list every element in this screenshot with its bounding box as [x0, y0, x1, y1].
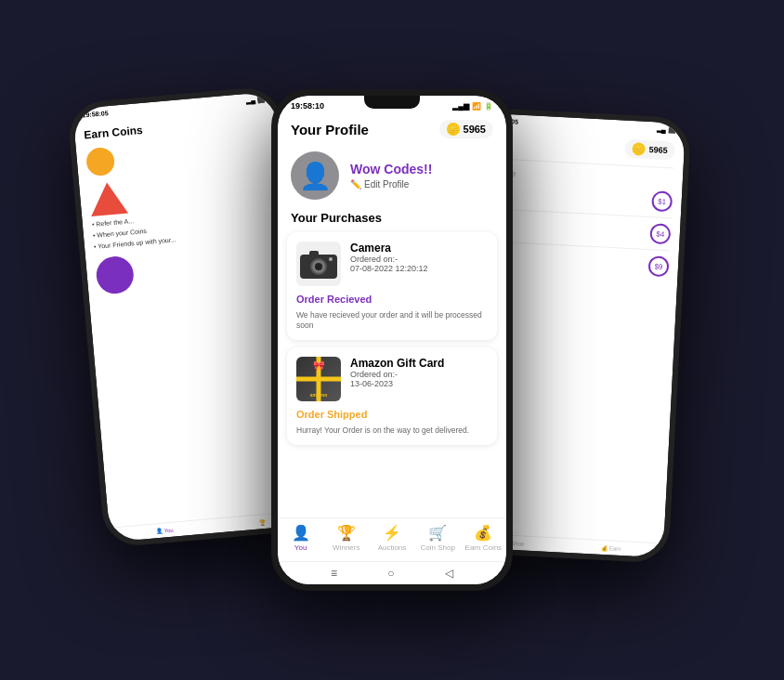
back-left-content: Earn Coins • Refer the A... • When your …: [73, 106, 291, 302]
phone-main: 19:58:10 ▂▄▆ 📶 🔋 Your Profile 🪙 5965 👤: [271, 89, 513, 591]
coin-amount: 5965: [464, 124, 486, 135]
coin-icon: 🪙: [447, 123, 460, 136]
back-right-nav-earn: 💰 Earn: [601, 544, 621, 552]
nav-item-earn-coins[interactable]: 💰 Earn Coins: [464, 524, 502, 552]
giftcard-name: Amazon Gift Card: [350, 357, 488, 370]
android-back-btn[interactable]: ◁: [445, 567, 453, 580]
status-bar: 19:58:10 ▂▄▆ 📶 🔋: [278, 96, 506, 114]
svg-rect-4: [309, 251, 319, 256]
back-right-badge-s1: $1: [651, 190, 673, 212]
purchase-card-camera: Camera Ordered on:- 07-08-2022 12:20:12 …: [287, 232, 497, 340]
giftcard-date: 13-06-2023: [350, 379, 488, 388]
coin-badge: 🪙 5965: [439, 120, 493, 138]
profile-info: Wow Codes!! ✏️ Edit Profile: [350, 162, 432, 190]
nav-item-auctions[interactable]: ⚡ Auctions: [373, 524, 411, 552]
camera-details: Camera Ordered on:- 07-08-2022 12:20:12: [350, 242, 488, 273]
earn-coins-label: Earn Coins: [465, 543, 503, 552]
back-left-nav-you: 👤 You: [156, 527, 174, 535]
wifi-icon: 📶: [472, 102, 481, 111]
status-time: 19:58:10: [291, 101, 324, 111]
amazon-label: amazon: [310, 392, 328, 398]
profile-section: 👤 Wow Codes!! ✏️ Edit Profile: [278, 144, 506, 211]
giftcard-image: 🎀 amazon: [296, 357, 341, 401]
back-right-coin-icon: 🪙: [632, 142, 646, 156]
back-left-time: 19:58:05: [82, 110, 109, 119]
back-right-icons: ▂▄ ⬛: [657, 125, 676, 134]
edit-profile-label: Edit Profile: [364, 179, 409, 190]
gift-bow: 🎀: [313, 360, 324, 371]
nav-item-you[interactable]: 👤 You: [282, 524, 320, 552]
android-nav: ≡ ○ ◁: [278, 561, 506, 584]
android-home-btn[interactable]: ○: [387, 567, 394, 580]
giftcard-status: Order Shipped: [296, 409, 488, 420]
auctions-icon: ⚡: [383, 524, 401, 542]
scene: 19:58:05 ▂▄ ⬛ Earn Coins • Refer the A..…: [67, 38, 717, 642]
you-icon: 👤: [292, 524, 310, 542]
app-header: Your Profile 🪙 5965: [278, 114, 506, 144]
purchase-card-giftcard: 🎀 amazon Amazon Gift Card Ordered on:- 1…: [287, 347, 497, 445]
purchase-row-giftcard: 🎀 amazon Amazon Gift Card Ordered on:- 1…: [296, 357, 488, 401]
purchases-section: Your Purchases: [278, 211, 506, 517]
camera-date: 07-08-2022 12:20:12: [350, 264, 488, 273]
avatar: 👤: [291, 151, 339, 200]
back-right-badge-s9: $9: [647, 255, 669, 277]
coin-shop-icon: 🛒: [428, 524, 447, 542]
main-screen: 19:58:10 ▂▄▆ 📶 🔋 Your Profile 🪙 5965 👤: [278, 96, 506, 584]
avatar-icon: 👤: [299, 161, 332, 191]
earn-coins-icon: 💰: [474, 524, 492, 542]
giftcard-status-desc: Hurray! Your Order is on the way to get …: [296, 425, 488, 436]
edit-profile-button[interactable]: ✏️ Edit Profile: [350, 179, 432, 190]
winners-label: Winners: [333, 543, 359, 552]
camera-name: Camera: [350, 242, 488, 255]
giftcard-details: Amazon Gift Card Ordered on:- 13-06-2023: [350, 357, 488, 388]
svg-point-5: [329, 257, 333, 261]
you-label: You: [294, 543, 307, 552]
android-menu-btn[interactable]: ≡: [331, 567, 337, 580]
svg-point-3: [315, 263, 322, 270]
camera-status: Order Recieved: [296, 294, 488, 305]
battery-icon: 🔋: [484, 102, 493, 111]
camera-image: [296, 242, 341, 286]
coin-shop-label: Coin Shop: [420, 543, 454, 552]
winners-icon: 🏆: [337, 524, 356, 542]
camera-status-desc: We have recieved your order and it will …: [296, 310, 488, 331]
signal-icon: ▂▄▆: [452, 102, 469, 111]
nav-item-coin-shop[interactable]: 🛒 Coin Shop: [419, 524, 456, 552]
status-icons: ▂▄▆ 📶 🔋: [452, 102, 493, 111]
camera-svg: [298, 247, 339, 281]
bottom-nav: 👤 You 🏆 Winners ⚡ Auctions 🛒 Coin Shop 💰: [278, 517, 506, 561]
nav-item-winners[interactable]: 🏆 Winners: [328, 524, 365, 552]
back-left-nav-win: 🏆: [258, 518, 266, 526]
back-left-icons: ▂▄ ⬛: [246, 96, 267, 105]
giftcard-order-label: Ordered on:-: [350, 370, 488, 379]
profile-username: Wow Codes!!: [350, 162, 432, 177]
purchases-title: Your Purchases: [287, 211, 497, 225]
auctions-label: Auctions: [378, 543, 407, 552]
purchase-row-camera: Camera Ordered on:- 07-08-2022 12:20:12: [296, 242, 488, 286]
camera-order-label: Ordered on:-: [350, 255, 488, 264]
back-right-badge-s4: $4: [649, 223, 671, 244]
notch: [364, 96, 420, 109]
pencil-icon: ✏️: [350, 179, 361, 190]
back-right-coin-badge: 🪙 5965: [624, 139, 675, 161]
page-title: Your Profile: [291, 122, 369, 137]
